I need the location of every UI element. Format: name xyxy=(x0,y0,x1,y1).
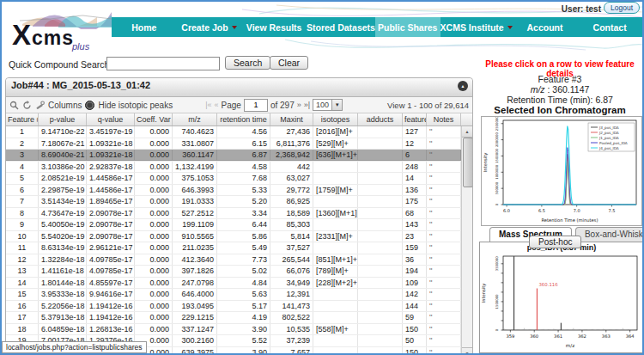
cell-adducts xyxy=(358,312,403,323)
hide-isotopic-icon[interactable] xyxy=(85,101,94,110)
scrollbar-header-spacer xyxy=(461,113,472,125)
column-header-notes[interactable]: Notes xyxy=(427,113,461,125)
hide-isotopic-button[interactable]: Hide isotopic peaks xyxy=(98,101,173,110)
svg-text:0: 0 xyxy=(495,203,499,205)
cell-isotopes xyxy=(313,335,358,346)
column-header-feature-g[interactable]: feature g xyxy=(403,113,427,125)
refresh-icon[interactable] xyxy=(22,101,32,110)
first-page-icon[interactable]: |« xyxy=(205,101,211,109)
next-page-icon[interactable]: » xyxy=(297,101,301,109)
cell-retention-time: 4.56 xyxy=(217,126,270,138)
search-button[interactable]: Search xyxy=(225,56,270,70)
page-count-label: of 297 xyxy=(270,101,295,110)
svg-text:6.0: 6.0 xyxy=(503,208,510,213)
cell-retention-time: 5.49 xyxy=(217,242,270,254)
nav-item-contact[interactable]: Contact xyxy=(577,17,642,37)
cell-m-z: 199.1109 xyxy=(173,219,217,230)
cell-m-z: 300.2160 xyxy=(173,335,217,346)
scroll-down-icon[interactable]: ▼ xyxy=(462,347,472,355)
table-row[interactable]: 19.14710e-223.45197e-190.000740.46234.56… xyxy=(6,126,472,138)
svg-text:Pooled_pos_IDA: Pooled_pos_IDA xyxy=(599,141,628,145)
column-header-feature[interactable]: Feature # xyxy=(6,113,39,125)
cell-feature-g: 142 xyxy=(403,289,427,300)
scrollbar-thumb[interactable] xyxy=(463,138,472,187)
nav-item-label: Home xyxy=(131,22,156,33)
cell-p-value: 8.63134e-19 xyxy=(39,242,87,254)
cell-feature-g: 175 xyxy=(403,196,427,207)
nav-item-home[interactable]: Home xyxy=(112,17,177,37)
table-row[interactable]: 62.29875e-191.44586e-170.000646.39935.33… xyxy=(6,185,472,197)
cell-coeff-var: 0.000 xyxy=(135,208,173,219)
tab-box-and-whisker[interactable]: Box-and-Whisker xyxy=(575,227,644,242)
cell-coeff-var: 0.000 xyxy=(135,150,173,161)
table-vertical-scrollbar[interactable]: ▲▼ xyxy=(461,126,472,355)
clear-button[interactable]: Clear xyxy=(270,56,308,70)
column-header-p-value[interactable]: p-value xyxy=(39,113,87,125)
column-header-adducts[interactable]: adducts xyxy=(358,113,403,125)
cell-adducts xyxy=(358,347,403,355)
cell-coeff-var: 0.000 xyxy=(135,301,173,312)
cell-notes: '' xyxy=(427,347,461,355)
nav-item-stored-datasets[interactable]: Stored Datasets xyxy=(307,17,375,37)
nav-item-create-job[interactable]: Create Job xyxy=(177,17,242,37)
columns-button[interactable]: Columns xyxy=(48,101,82,110)
column-header-isotopes[interactable]: isotopes xyxy=(313,113,358,125)
nav-item-account[interactable]: Account xyxy=(513,17,578,37)
table-row[interactable]: 121.32284e-184.09785e-170.000412.36407.7… xyxy=(6,254,472,266)
table-row[interactable]: 27.18067e-211.09321e-180.000331.08076.15… xyxy=(6,138,472,150)
cell-feature: 9 xyxy=(6,219,39,230)
cell-adducts xyxy=(358,278,403,289)
table-row[interactable]: 153.95333e-189.94616e-170.000646.40005.6… xyxy=(6,289,472,301)
cell-notes: '' xyxy=(427,150,461,161)
table-row[interactable]: 105.54020e-192.09078e-170.000910.55655.8… xyxy=(6,231,472,243)
cell-isotopes xyxy=(313,162,358,173)
table-row[interactable]: 141.80144e-184.85597e-170.000247.07984.8… xyxy=(6,278,472,290)
svg-text:3500000: 3500000 xyxy=(495,256,499,271)
posthoc-button[interactable]: Post-hoc xyxy=(529,236,581,248)
cell-notes: '' xyxy=(427,162,461,173)
table-row[interactable]: 131.41161e-184.09785e-170.000397.18265.0… xyxy=(6,266,472,278)
quick-search-input[interactable] xyxy=(106,57,220,70)
collapse-panel-icon[interactable]: ▲ xyxy=(458,81,468,91)
nav-item-view-results[interactable]: View Results xyxy=(241,17,307,37)
page-input[interactable] xyxy=(244,99,268,112)
cell-notes: '' xyxy=(427,219,461,230)
column-header-coeff-var[interactable]: Coeff. Var xyxy=(135,113,173,125)
cell-retention-time: 3.34 xyxy=(217,208,270,219)
cell-maxint: 63,027 xyxy=(270,173,313,184)
cell-isotopes xyxy=(313,301,358,312)
cell-p-value: 2.29875e-19 xyxy=(39,185,87,196)
table-row[interactable]: 186.04859e-181.26813e-160.000337.12473.9… xyxy=(6,324,472,336)
cell-maxint: 265,544 xyxy=(270,254,313,266)
table-row[interactable]: 73.51434e-191.89465e-170.000191.03335.20… xyxy=(6,196,472,208)
table-row[interactable]: 118.63134e-192.96121e-170.000211.02355.4… xyxy=(6,242,472,254)
nav-item-xcms-institute[interactable]: XCMS Institute xyxy=(440,17,513,37)
table-row[interactable]: 84.73647e-192.09078e-170.000527.25123.34… xyxy=(6,208,472,220)
cell-feature-g: 143 xyxy=(403,219,427,230)
cell-m-z: 397.1826 xyxy=(173,266,217,277)
column-header-q-value[interactable]: q-value xyxy=(87,113,135,125)
last-page-icon[interactable]: »| xyxy=(304,101,310,109)
cell-p-value: 1.32284e-18 xyxy=(39,254,87,266)
prev-page-icon[interactable]: « xyxy=(215,101,219,109)
table-row[interactable]: 38.69040e-211.09321e-180.000360.11476.87… xyxy=(6,150,472,162)
table-row[interactable]: 95.40050e-192.09078e-170.000199.11096.44… xyxy=(6,219,472,231)
scroll-up-icon[interactable]: ▲ xyxy=(462,126,472,138)
cell-retention-time: 4.19 xyxy=(217,312,270,323)
table-row[interactable]: 43.10386e-202.92837e-180.0001,132.41994.… xyxy=(6,162,472,174)
nav-item-public-shares[interactable]: Public Shares xyxy=(375,17,440,37)
table-row[interactable]: 165.22056e-181.19412e-160.000193.04955.1… xyxy=(6,301,472,313)
view-range-info: View 1 - 100 of 29,614 xyxy=(387,101,469,110)
search-icon[interactable] xyxy=(9,101,19,110)
column-header-maxint[interactable]: Maxint xyxy=(270,113,313,125)
rows-per-page-select[interactable]: 100 ▼ xyxy=(313,99,343,111)
columns-wrench-icon[interactable] xyxy=(35,101,45,110)
cell-p-value: 5.54020e-19 xyxy=(39,231,87,242)
table-row[interactable]: 52.08521e-191.44586e-170.000375.10537.68… xyxy=(6,173,472,185)
column-header-m-z[interactable]: m/z xyxy=(173,113,217,125)
cell-isotopes: [789][M]+ xyxy=(313,266,358,277)
table-row[interactable]: 175.37913e-181.19412e-160.000229.12154.1… xyxy=(6,312,472,324)
column-header-retention-time[interactable]: retention time xyxy=(217,113,270,125)
cell-q-value: 2.96121e-17 xyxy=(87,242,135,254)
logout-button[interactable]: Logout xyxy=(604,2,640,14)
